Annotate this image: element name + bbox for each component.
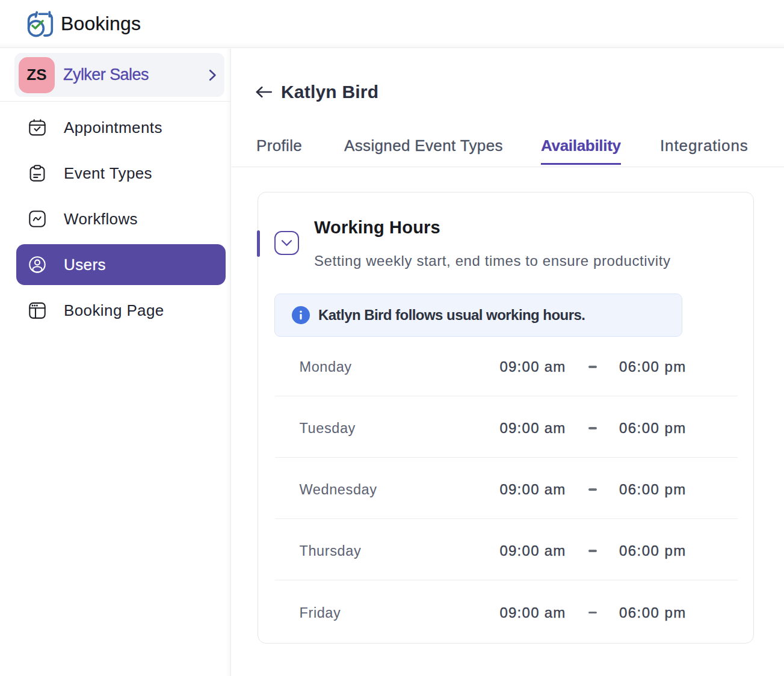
clipboard-icon	[29, 165, 46, 182]
user-circle-icon	[29, 256, 46, 273]
time-range-dash	[588, 366, 597, 368]
start-time: 09:00 am	[499, 604, 566, 621]
day-label: Friday	[300, 604, 341, 621]
bookings-logo-icon	[25, 9, 55, 39]
tab-bar: Profile Assigned Event Types Availabilit…	[232, 105, 784, 167]
sidebar-item-label: Users	[64, 256, 106, 274]
table-row: Tuesday 09:00 am 06:00 pm	[275, 396, 738, 458]
table-row: Friday 09:00 am 06:00 pm	[275, 580, 738, 642]
tab-assigned-event-types[interactable]: Assigned Event Types	[344, 105, 503, 165]
chevron-down-icon	[281, 239, 292, 247]
time-range-dash	[588, 488, 597, 491]
collapse-button[interactable]	[274, 231, 299, 255]
sidebar-item-workflows[interactable]: Workflows	[16, 198, 226, 239]
chevron-right-icon	[209, 69, 217, 81]
table-row: Monday 09:00 am 06:00 pm	[275, 335, 738, 396]
info-icon	[292, 306, 310, 324]
card-subtitle: Setting weekly start, end times to ensur…	[314, 252, 753, 270]
app-title: Bookings	[61, 13, 141, 35]
card-title: Working Hours	[314, 217, 753, 238]
start-time: 09:00 am	[499, 358, 566, 375]
activity-square-icon	[29, 210, 46, 227]
working-hours-card: Working Hours Setting weekly start, end …	[258, 192, 754, 644]
sidebar-item-users[interactable]: Users	[16, 244, 226, 285]
start-time: 09:00 am	[499, 481, 566, 498]
end-time: 06:00 pm	[619, 481, 687, 498]
sidebar-item-label: Appointments	[64, 118, 162, 137]
day-label: Tuesday	[300, 420, 356, 437]
time-range-dash	[588, 550, 597, 552]
table-row: Thursday 09:00 am 06:00 pm	[275, 519, 738, 580]
sidebar-nav: Appointments Event Types Workflows	[16, 107, 226, 331]
start-time: 09:00 am	[499, 420, 566, 437]
day-label: Monday	[300, 359, 352, 375]
tab-profile[interactable]: Profile	[256, 105, 302, 165]
calendar-check-icon	[29, 119, 46, 136]
start-time: 09:00 am	[499, 542, 566, 559]
time-range-dash	[588, 612, 597, 614]
info-banner: Katlyn Bird follows usual working hours.	[274, 293, 682, 337]
day-label: Thursday	[300, 543, 362, 559]
sidebar-item-label: Booking Page	[64, 301, 164, 320]
back-button[interactable]	[255, 85, 272, 99]
sidebar-item-label: Workflows	[64, 210, 138, 229]
end-time: 06:00 pm	[619, 604, 687, 621]
time-range-dash	[588, 427, 597, 429]
sidebar-item-label: Event Types	[64, 164, 152, 183]
sidebar-item-event-types[interactable]: Event Types	[16, 153, 226, 194]
sidebar-item-appointments[interactable]: Appointments	[16, 107, 226, 148]
tab-integrations[interactable]: Integrations	[660, 105, 749, 165]
workspace-avatar: ZS	[19, 57, 55, 93]
end-time: 06:00 pm	[619, 420, 687, 437]
page-title: Katlyn Bird	[281, 82, 378, 102]
workspace-switcher[interactable]: ZS Zylker Sales	[14, 53, 224, 97]
sidebar-item-booking-page[interactable]: Booking Page	[16, 290, 226, 331]
browser-layout-icon	[29, 302, 46, 319]
end-time: 06:00 pm	[619, 542, 687, 559]
sidebar: ZS Zylker Sales Appointments Event Types	[0, 49, 231, 676]
tab-availability[interactable]: Availability	[541, 105, 621, 165]
day-label: Wednesday	[300, 482, 377, 498]
section-accent-bar	[257, 230, 260, 257]
info-banner-text: Katlyn Bird follows usual working hours.	[318, 307, 585, 324]
back-arrow-icon	[255, 85, 272, 99]
main-content: Katlyn Bird Profile Assigned Event Types…	[232, 78, 784, 644]
sidebar-divider	[0, 101, 230, 102]
table-row: Wednesday 09:00 am 06:00 pm	[275, 458, 738, 519]
end-time: 06:00 pm	[619, 358, 687, 375]
working-hours-table: Monday 09:00 am 06:00 pm Tuesday 09:00 a…	[275, 335, 738, 642]
app-header: Bookings	[0, 0, 784, 48]
workspace-name: Zylker Sales	[63, 66, 209, 84]
